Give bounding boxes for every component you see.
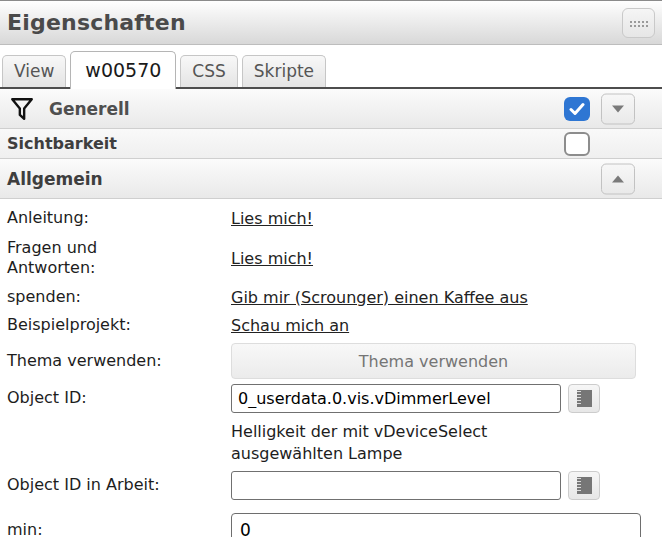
section-label-generell: Generell — [35, 99, 130, 119]
beispielprojekt-label: Beispielprojekt: — [7, 315, 231, 335]
thema-verwenden-label: Thema verwenden: — [7, 351, 231, 371]
section-label-sichtbarkeit: Sichtbarkeit — [0, 134, 117, 153]
property-grid: Anleitung: Lies mich! Fragen und Antwort… — [0, 199, 662, 537]
section-row-generell: Generell — [0, 89, 662, 129]
prop-row-thema-verwenden: Thema verwenden: Thema verwenden — [0, 339, 662, 383]
prop-row-object-id-help: Helligkeit der mit vDeviceSelect ausgewä… — [0, 413, 662, 465]
panel-title: Eigenschaften — [0, 10, 186, 35]
sichtbarkeit-checkbox[interactable] — [564, 132, 590, 156]
anleitung-label: Anleitung: — [7, 208, 231, 228]
prop-row-min: min: — [0, 513, 662, 537]
tab-css[interactable]: CSS — [180, 55, 237, 87]
notebook-icon — [577, 390, 592, 407]
allgemein-collapse-button[interactable] — [601, 163, 635, 194]
chevron-down-icon — [612, 105, 624, 112]
tab-view[interactable]: View — [2, 55, 66, 87]
object-id-arbeit-input[interactable] — [231, 471, 561, 500]
object-id-help-text: Helligkeit der mit vDeviceSelect ausgewä… — [231, 421, 531, 464]
prop-row-object-id: Object ID: — [0, 383, 662, 413]
section-label-allgemein: Allgemein — [0, 169, 103, 189]
beispielprojekt-link[interactable]: Schau mich an — [231, 316, 349, 335]
object-id-arbeit-label: Object ID in Arbeit: — [7, 475, 231, 495]
fragen-antworten-link[interactable]: Lies mich! — [231, 249, 313, 268]
grip-dots-icon — [629, 20, 648, 27]
object-id-label: Object ID: — [7, 388, 231, 408]
generell-checkbox[interactable] — [564, 97, 590, 121]
section-row-allgemein: Allgemein — [0, 159, 662, 199]
fragen-antworten-label: Fragen und Antworten: — [7, 238, 127, 278]
spenden-link[interactable]: Gib mir (Scrounger) einen Kaffee aus — [231, 288, 528, 307]
dock-grip-button[interactable] — [622, 8, 655, 38]
generell-expand-button[interactable] — [601, 93, 635, 124]
panel-header: Eigenschaften — [0, 1, 662, 45]
tab-skripte[interactable]: Skripte — [242, 55, 326, 87]
tab-widget-w00570[interactable]: w00570 — [70, 51, 176, 89]
anleitung-link[interactable]: Lies mich! — [231, 209, 313, 228]
chevron-up-icon — [612, 175, 624, 182]
object-id-input[interactable] — [231, 384, 561, 413]
spenden-label: spenden: — [7, 287, 231, 307]
min-label: min: — [7, 520, 231, 537]
object-id-arbeit-select-button[interactable] — [568, 471, 600, 500]
notebook-icon — [577, 477, 592, 494]
prop-row-spenden: spenden: Gib mir (Scrounger) einen Kaffe… — [0, 283, 662, 311]
thema-verwenden-button[interactable]: Thema verwenden — [231, 343, 636, 379]
prop-row-object-id-arbeit: Object ID in Arbeit: — [0, 465, 662, 505]
prop-row-fragen-antworten: Fragen und Antworten: Lies mich! — [0, 233, 662, 283]
section-row-sichtbarkeit: Sichtbarkeit — [0, 129, 662, 159]
tab-bar: View w00570 CSS Skripte — [0, 45, 662, 89]
prop-row-anleitung: Anleitung: Lies mich! — [0, 203, 662, 233]
min-input[interactable] — [231, 513, 641, 537]
prop-row-beispielprojekt: Beispielprojekt: Schau mich an — [0, 311, 662, 339]
object-id-select-button[interactable] — [568, 384, 600, 413]
funnel-icon — [9, 96, 35, 122]
properties-panel: Eigenschaften View w00570 CSS Skripte Ge… — [0, 0, 662, 537]
